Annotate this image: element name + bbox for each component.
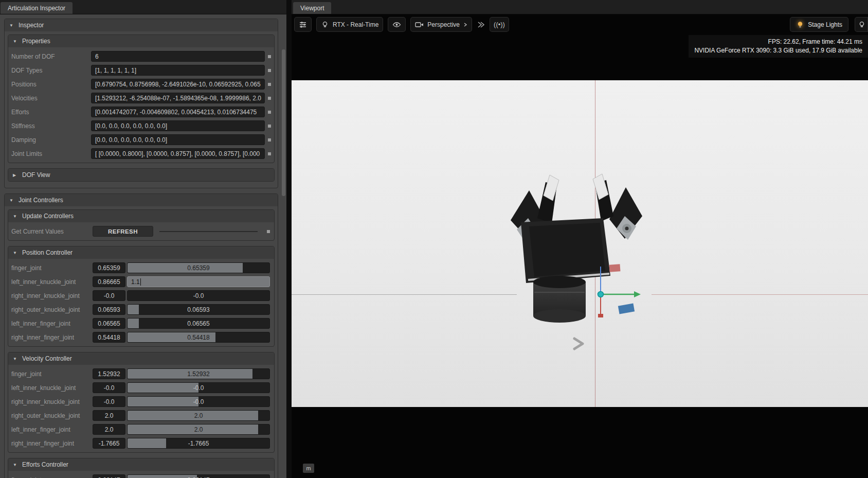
property-value: [0.0, 0.0, 0.0, 0.0, 0.0, 0.0] [95,136,167,144]
joint-value-field[interactable]: 0.54418 [93,332,125,343]
joint-value-field[interactable]: 0.06565 [93,318,125,329]
efforts-controller-header[interactable]: ▼ Efforts Controller [8,458,274,471]
joint-slider[interactable]: -0.0 [127,382,270,393]
slider-value: 2.0 [128,424,269,434]
property-row: Joint Limits [ [0.0000, 0.8000], [0.0000… [8,147,274,161]
viewport-canvas[interactable]: RTX - Real-Time Perspective [292,14,868,478]
default-indicator-dot[interactable] [267,230,270,233]
joint-row: right_inner_knuckle_joint -0.0 -0.0 [8,395,274,409]
joint-value-field[interactable]: -0.0 [93,290,125,301]
joint-controllers-header[interactable]: ▼ Joint Controllers [5,194,278,206]
tab-viewport[interactable]: Viewport [293,2,331,14]
panel-splitter[interactable] [286,0,292,478]
default-indicator-dot[interactable] [268,97,271,100]
velocity-controller-title: Velocity Controller [22,355,72,362]
velocity-controller-header[interactable]: ▼ Velocity Controller [8,352,274,365]
joint-label: right_inner_finger_joint [11,440,91,447]
joint-label: finger_joint [11,264,91,272]
blue-cube[interactable] [618,304,635,314]
scrollbar-thumb[interactable] [282,49,285,196]
joint-label: right_outer_knuckle_joint [11,412,91,419]
joint-value-field[interactable]: 0.86665 [93,276,125,287]
joint-row: right_inner_knuckle_joint -0.0 -0.0 [8,289,274,303]
joint-value-field[interactable]: 0.65359 [93,262,125,273]
joint-slider[interactable]: 0.65359 [127,262,270,273]
property-value-field[interactable]: [0.0014742077, -0.004609802, 0.00454213,… [91,107,265,117]
position-controller-frame: ▼ Position Controller finger_joint 0.653… [8,246,275,347]
default-indicator-dot[interactable] [268,152,271,155]
joint-value-edit-field[interactable]: 1.1 [127,276,270,287]
default-indicator-dot[interactable] [268,69,271,72]
joint-slider[interactable]: -0.0 [127,396,270,407]
property-row: Damping [0.0, 0.0, 0.0, 0.0, 0.0, 0.0] [8,133,274,147]
default-indicator-dot[interactable] [268,55,271,58]
camera-selector[interactable]: Perspective [410,17,472,32]
red-cube[interactable] [609,264,621,272]
stage-lights-label: Stage Lights [808,21,842,28]
joint-value-field[interactable]: -0.0 [93,382,125,393]
property-value: [1.5293212, -6.254088e-07, -1.5894365e-0… [95,95,261,102]
default-indicator-dot[interactable] [268,138,271,141]
chevron-down-icon: ▼ [9,198,14,203]
property-value-field[interactable]: [ [0.0000, 0.8000], [0.0000, 0.8757], [0… [91,148,265,159]
robot-gripper[interactable] [511,174,642,323]
joint-value-field[interactable]: -0.0 [93,396,125,407]
joint-slider[interactable]: -1.7665 [127,438,270,449]
joint-slider[interactable]: 0.06593 [127,304,270,315]
inspector-scroll-area: ▼ Inspector ▼ Properties Number of DOF 6 [0,14,286,478]
properties-header[interactable]: ▼ Properties [8,35,274,47]
robot-gripper-scene[interactable] [508,169,698,354]
chevron-down-icon: ▼ [13,357,18,361]
joint-slider[interactable]: 1.52932 [127,368,270,379]
property-value-field[interactable]: [1.5293212, -6.254088e-07, -1.5894365e-0… [91,93,265,103]
world-axis-horizontal-line-left [292,294,517,295]
joint-value-field[interactable]: 1.52932 [93,368,125,379]
property-row: Efforts [0.0014742077, -0.004609802, 0.0… [8,105,274,119]
slider-value: -0.0 [128,383,269,393]
joint-value-field[interactable]: 0.00147 [93,474,125,478]
joint-slider[interactable]: 2.0 [127,424,270,435]
property-label: Number of DOF [11,53,91,60]
joint-value-field[interactable]: -1.7665 [93,438,125,449]
joint-row: finger_joint 0.00147 0.00147 [8,473,274,478]
renderer-selector[interactable]: RTX - Real-Time [316,17,383,32]
joint-slider[interactable]: 0.06565 [127,318,270,329]
tab-articulation-inspector[interactable]: Articulation Inspector [1,2,73,14]
light-settings-button[interactable] [855,17,868,32]
default-indicator-dot[interactable] [268,125,271,128]
joint-value-field[interactable]: 2.0 [93,424,125,435]
refresh-button[interactable]: REFRESH [93,226,153,237]
dof-view-header[interactable]: ▶ DOF View [8,169,274,181]
update-controllers-header[interactable]: ▼ Update Controllers [8,210,274,222]
property-row: Stiffness [0.0, 0.0, 0.0, 0.0, 0.0, 0.0] [8,119,274,133]
properties-title: Properties [22,38,50,45]
joint-value-field[interactable]: 2.0 [93,410,125,421]
toolbar-expand-button[interactable] [477,21,485,29]
joint-row: left_inner_finger_joint 0.06565 0.06565 [8,316,274,330]
joint-value-field[interactable]: 0.06593 [93,304,125,315]
live-sync-button[interactable]: ((•)) [490,17,509,32]
property-value-field[interactable]: [0.0, 0.0, 0.0, 0.0, 0.0, 0.0] [91,134,265,145]
position-controller-header[interactable]: ▼ Position Controller [8,246,274,259]
joint-slider[interactable]: 0.54418 [127,332,270,343]
property-value-field[interactable]: [0.6790754, 0.8756998, -2.6491026e-10, 0… [91,79,265,90]
default-indicator-dot[interactable] [268,83,271,86]
scrollbar[interactable] [282,15,285,477]
visibility-button[interactable] [388,17,406,32]
inspector-header[interactable]: ▼ Inspector [5,19,278,31]
unit-badge: m [303,464,314,473]
property-value-field[interactable]: [0.0, 0.0, 0.0, 0.0, 0.0, 0.0] [91,120,265,131]
joint-slider[interactable]: 2.0 [127,410,270,421]
joint-label: right_inner_finger_joint [11,334,91,341]
joint-row: left_inner_knuckle_joint 0.86665 1.1 [8,275,274,289]
slider-value: 2.0 [128,411,269,420]
text-cursor [140,278,141,286]
default-indicator-dot[interactable] [268,111,271,114]
nav-chevron-icon[interactable] [574,339,583,349]
stage-lights-button[interactable]: Stage Lights [790,17,848,32]
joint-slider[interactable]: 0.00147 [127,474,270,478]
property-value-field[interactable]: [1, 1, 1, 1, 1, 1] [91,65,265,76]
joint-slider[interactable]: -0.0 [127,290,270,301]
viewport-settings-button[interactable] [294,17,312,32]
property-value-field[interactable]: 6 [91,51,265,62]
